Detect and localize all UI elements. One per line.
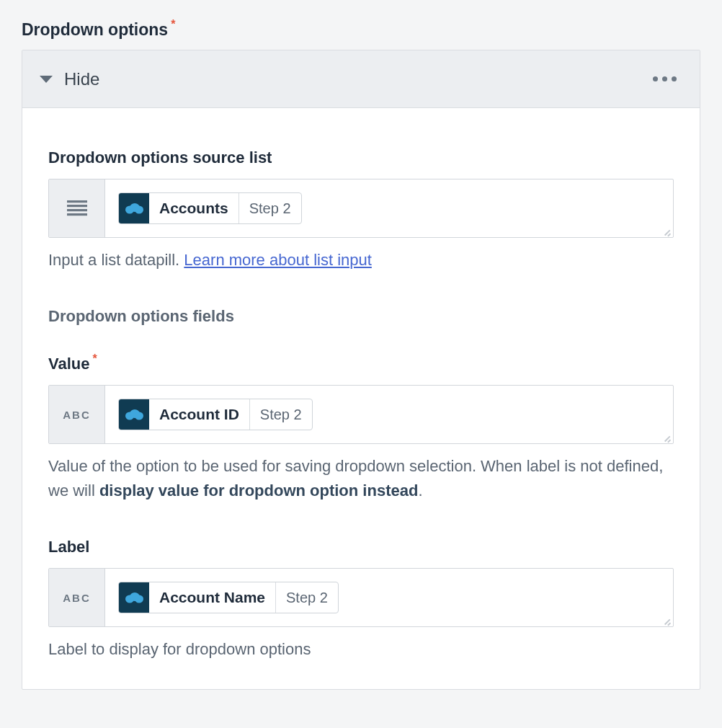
dot-icon	[662, 76, 667, 81]
field-label: Label	[48, 538, 89, 556]
resize-handle-icon	[661, 226, 672, 236]
source-list-input[interactable]: Accounts Step 2	[48, 179, 674, 238]
required-indicator: *	[92, 353, 97, 365]
datapill-step: Step 2	[239, 193, 301, 223]
svg-rect-1	[67, 200, 87, 203]
help-text: Value of the option to be used for savin…	[48, 454, 674, 503]
help-text-suffix: .	[418, 481, 422, 500]
fields-subsection-label: Dropdown options fields	[48, 307, 674, 326]
svg-point-13	[135, 595, 143, 603]
panel-header: Hide	[22, 50, 700, 108]
field-label: Dropdown options source list	[48, 148, 272, 167]
resize-handle-icon	[661, 615, 672, 625]
dot-icon	[672, 76, 677, 81]
text-type-icon: ABC	[49, 386, 105, 443]
datapill-step: Step 2	[250, 399, 312, 430]
pill-area[interactable]: Accounts Step 2	[105, 179, 673, 237]
pill-area[interactable]: Account Name Step 2	[105, 569, 673, 626]
salesforce-icon	[119, 399, 149, 430]
chevron-down-icon	[40, 75, 53, 84]
resize-handle-icon	[661, 432, 672, 442]
value-field: Value * ABC	[48, 355, 674, 503]
abc-icon: ABC	[63, 409, 91, 421]
help-text: Label to display for dropdown options	[48, 637, 674, 662]
datapill-account-name[interactable]: Account Name Step 2	[118, 582, 339, 613]
help-text-strong: display value for dropdown option instea…	[99, 481, 418, 500]
dropdown-options-panel: Hide Dropdown options source list	[22, 50, 700, 690]
datapill-step: Step 2	[276, 582, 338, 613]
svg-rect-2	[67, 205, 87, 207]
field-label-text: Value	[48, 355, 89, 373]
datapill-name: Accounts	[149, 193, 239, 223]
salesforce-icon	[119, 582, 149, 613]
abc-icon: ABC	[63, 592, 91, 604]
help-text: Input a list datapill. Learn more about …	[48, 248, 674, 272]
section-title: Dropdown options *	[22, 20, 175, 40]
field-label-text: Label	[48, 538, 89, 556]
section-title-text: Dropdown options	[22, 20, 168, 40]
svg-rect-4	[67, 213, 87, 216]
value-input[interactable]: ABC Account ID S	[48, 385, 674, 444]
svg-marker-0	[40, 76, 53, 83]
collapse-toggle-label: Hide	[64, 69, 99, 89]
svg-point-10	[135, 412, 143, 420]
learn-more-link[interactable]: Learn more about list input	[184, 251, 372, 269]
datapill-name: Account Name	[149, 582, 276, 613]
pill-area[interactable]: Account ID Step 2	[105, 386, 673, 443]
datapill-accounts[interactable]: Accounts Step 2	[118, 192, 302, 224]
field-label-text: Dropdown options source list	[48, 148, 272, 167]
collapse-toggle[interactable]: Hide	[40, 69, 99, 89]
required-indicator: *	[171, 19, 175, 30]
salesforce-icon	[119, 193, 149, 223]
label-field: Label ABC	[48, 538, 674, 662]
list-type-icon	[49, 179, 105, 237]
datapill-account-id[interactable]: Account ID Step 2	[118, 399, 313, 430]
field-label: Value *	[48, 355, 97, 373]
panel-body: Dropdown options source list	[22, 108, 700, 689]
help-text-prefix: Input a list datapill.	[48, 251, 184, 269]
label-input[interactable]: ABC Account Name	[48, 568, 674, 627]
svg-point-7	[135, 206, 143, 214]
source-list-field: Dropdown options source list	[48, 148, 674, 272]
text-type-icon: ABC	[49, 569, 105, 626]
dot-icon	[653, 76, 658, 81]
more-options-button[interactable]	[650, 71, 679, 87]
svg-rect-3	[67, 209, 87, 211]
datapill-name: Account ID	[149, 399, 250, 430]
